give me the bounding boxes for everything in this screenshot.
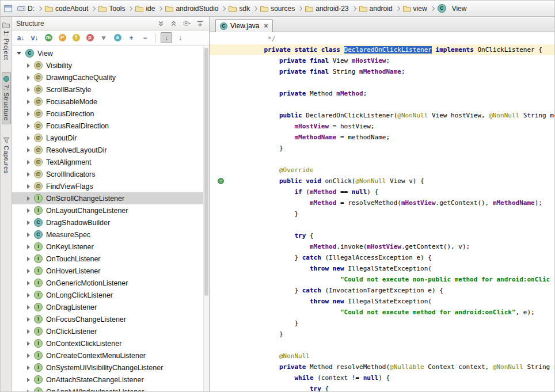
expand-all-icon[interactable] [157,20,165,27]
breadcrumb-item[interactable]: CView [435,2,470,14]
tool-window-tab-captures[interactable]: Captures [2,134,10,177]
breadcrumb-item[interactable]: androidStudio [162,3,221,14]
code-line[interactable]: mMethodName = methodName; [210,132,554,143]
autoscroll-to-source-icon[interactable]: ↓ [161,32,172,43]
filter-icon[interactable]: ▼ [98,32,109,43]
breadcrumb-item[interactable]: android-23 [302,3,351,14]
code-line[interactable] [210,219,554,230]
code-line[interactable]: private Method resolveMethod(@Nullable C… [210,361,554,372]
tree-item[interactable]: IOnTouchListener [12,253,209,265]
breadcrumb-item[interactable]: Tools [96,3,128,14]
code-line[interactable]: public DeclaredOnClickListener(@NonNull … [210,110,554,121]
code-editor[interactable]: */ private static class DeclaredOnClickL… [210,32,554,391]
tree-item[interactable]: IOnKeyListener [12,241,209,253]
tree-item[interactable]: CView [12,47,209,59]
code-line[interactable]: } catch (InvocationTargetException e) { [210,285,554,296]
show-fields-icon[interactable]: f [70,32,82,43]
tree-item[interactable]: @FindViewFlags [12,180,209,192]
code-line[interactable] [210,154,554,165]
code-line[interactable]: mMethod = resolveMethod(mHostView.getCon… [210,197,554,208]
sort-alphabetically-icon[interactable]: a↓ [15,32,26,43]
code-line[interactable]: "Could not execute method for android:on… [210,307,554,318]
code-line[interactable]: mMethod.invoke(mHostView.getContext(), v… [210,241,554,252]
code-line[interactable]: */ [210,33,554,44]
tool-window-tab-project[interactable]: 1: Project [2,19,10,63]
chevron-right-icon[interactable] [27,390,30,392]
chevron-right-icon[interactable] [27,281,30,286]
structure-scrollbar[interactable] [203,47,209,391]
show-anonymous-classes-icon[interactable]: a [112,32,123,43]
tree-item[interactable]: @FocusRealDirection [12,120,209,132]
sort-by-visibility-icon[interactable]: v↓ [29,32,40,43]
tree-item[interactable]: IOnHoverListener [12,265,209,277]
show-properties-icon[interactable]: P [56,32,68,43]
tree-item[interactable]: IOnContextClickListener [12,337,209,349]
code-line[interactable]: } [210,143,554,154]
hide-icon[interactable] [196,20,204,27]
code-line[interactable]: throw new IllegalStateException( [210,263,554,274]
chevron-right-icon[interactable] [27,196,30,201]
chevron-right-icon[interactable] [27,160,30,165]
tree-item[interactable]: @Visibility [12,59,209,71]
breadcrumb-item[interactable]: sources [257,3,298,14]
tree-item[interactable]: @FocusableMode [12,96,209,108]
chevron-right-icon[interactable] [27,353,30,358]
tree-item[interactable]: IOnScrollChangeListener [12,192,209,204]
chevron-right-icon[interactable] [27,269,30,273]
gear-icon[interactable] [183,20,191,27]
chevron-right-icon[interactable] [27,378,30,382]
code-line[interactable]: mHostView = hostView; [210,121,554,132]
tree-item[interactable]: IOnAttachStateChangeListener [12,374,209,386]
code-line[interactable]: try { [210,230,554,241]
breadcrumb-item[interactable]: view [400,3,430,14]
tree-item[interactable]: CMeasureSpec [12,229,209,241]
chevron-right-icon[interactable] [27,305,30,310]
chevron-right-icon[interactable] [27,75,30,80]
tree-item[interactable]: IOnClickListener [12,325,209,337]
tree-item[interactable]: IOnLongClickListener [12,289,209,301]
show-non-public-icon[interactable]: p [84,32,96,43]
group-methods-icon[interactable]: m [43,32,54,43]
tree-item[interactable]: IOnDragListener [12,301,209,313]
chevron-right-icon[interactable] [27,148,30,153]
chevron-down-icon[interactable] [17,52,21,55]
code-line[interactable]: private final String mMethodName; [210,66,554,77]
tool-window-tab-structure[interactable]: 7: Structure [2,72,11,124]
code-line[interactable]: @NonNull [210,351,554,361]
code-line[interactable]: } [210,318,554,329]
chevron-right-icon[interactable] [27,208,30,213]
chevron-right-icon[interactable] [27,257,30,261]
chevron-right-icon[interactable] [27,136,30,140]
tree-item[interactable]: IOnCreateContextMenuListener [12,349,209,361]
tree-item[interactable]: IOnApplyWindowInsetsListener [12,386,209,391]
chevron-right-icon[interactable] [27,233,30,237]
tree-item[interactable]: @ResolvedLayoutDir [12,144,209,156]
chevron-right-icon[interactable] [27,341,30,346]
code-line[interactable]: if (mMethod == null) { [210,187,554,197]
tree-item[interactable]: @DrawingCacheQuality [12,71,209,83]
chevron-right-icon[interactable] [27,63,30,68]
tree-item[interactable]: IOnSystemUiVisibilityChangeListener [12,361,209,374]
code-line[interactable]: } catch (IllegalAccessException e) { [210,252,554,263]
chevron-right-icon[interactable] [27,124,30,128]
code-line[interactable]: private Method mMethod; [210,88,554,99]
chevron-right-icon[interactable] [27,172,30,177]
chevron-right-icon[interactable] [27,87,30,92]
chevron-right-icon[interactable] [27,220,30,225]
code-line[interactable]: "Could not execute non-public method for… [210,274,554,285]
chevron-right-icon[interactable] [27,366,30,370]
code-line[interactable] [210,99,554,110]
override-marker-icon[interactable]: ↑ [218,178,224,184]
breadcrumb-item[interactable]: codeAbout [42,3,91,14]
breadcrumb-item[interactable]: android [356,3,396,14]
breadcrumb-item[interactable]: sdk [226,3,253,14]
tree-item[interactable]: @ScrollIndicators [12,168,209,180]
code-line[interactable]: } [210,329,554,340]
breadcrumb-item[interactable]: D: [14,3,37,14]
tree-item[interactable]: @FocusDirection [12,108,209,120]
chevron-right-icon[interactable] [27,184,30,189]
collapse-all-icon[interactable] [170,20,177,27]
code-line[interactable] [210,340,554,351]
code-line[interactable]: private final View mHostView; [210,55,554,66]
tree-item[interactable]: CDragShadowBuilder [12,216,209,229]
